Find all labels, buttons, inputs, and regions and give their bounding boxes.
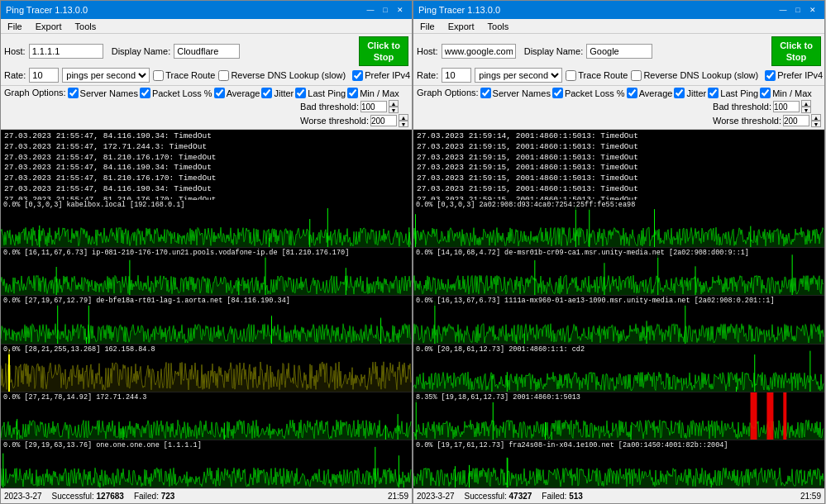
title-bar: Ping Tracer 1.13.0.0 — □ ✕ — [1, 1, 412, 19]
log-line: 27.03.2023 21:55:47, 84.116.190.34: Time… — [4, 184, 408, 195]
route-label-1: 0.0% [14,10,68,4.72] de-msr01b-cr09-ca1.… — [413, 248, 752, 258]
route-row-5: 0.0% [19,17,61,12.73] fra24s08-in-x04.1e… — [413, 440, 824, 488]
log-line: 27.03.2023 21:55:47, 84.116.190.34: Time… — [4, 163, 408, 174]
prefer-ipv4-checkbox[interactable] — [765, 70, 776, 81]
maximize-button[interactable]: □ — [379, 3, 392, 17]
log-area: 27.03.2023 21:55:47, 84.116.190.34: Time… — [1, 130, 412, 200]
route-row-1: 0.0% [14,10,68,4.72] de-msr01b-cr09-ca1.… — [413, 248, 824, 296]
reverse-dns-checkbox[interactable] — [218, 70, 229, 81]
worse-threshold-label: Worse threshold: — [300, 116, 369, 126]
threshold-section: Bad threshold: ▲ ▼ Worse threshold: ▲ ▼ — [713, 100, 821, 127]
menu-item-file[interactable]: File — [4, 21, 26, 32]
rate-input[interactable] — [442, 68, 471, 83]
log-line: 27.03.2023 21:55:47, 81.210.176.170: Tim… — [4, 174, 408, 184]
log-line: 27.03.2023 21:55:47, 172.71.244.3: Timed… — [4, 142, 408, 153]
menu-item-export[interactable]: Export — [32, 21, 65, 32]
reverse-dns-checkbox[interactable] — [631, 70, 642, 81]
trace-route-checkbox-label[interactable]: Trace Route — [566, 70, 628, 81]
graph-option-0[interactable]: Server Names — [480, 88, 551, 98]
menu-item-tools[interactable]: Tools — [485, 21, 513, 32]
host-input[interactable] — [442, 44, 516, 59]
toolbar: Host: Display Name: Click toStop Rate: p… — [413, 34, 824, 86]
graph-option-0[interactable]: Server Names — [68, 88, 138, 98]
rate-input[interactable] — [29, 68, 59, 83]
click-to-stop-button[interactable]: Click toStop — [771, 36, 821, 66]
display-name-label: Display Name: — [524, 46, 584, 56]
worse-threshold-up[interactable]: ▲ — [811, 114, 821, 121]
menu-item-export[interactable]: Export — [445, 21, 478, 32]
worse-threshold-input[interactable] — [783, 115, 809, 126]
close-button[interactable]: ✕ — [806, 3, 819, 17]
worse-threshold-up[interactable]: ▲ — [399, 114, 408, 121]
prefer-ipv4-checkbox-label[interactable]: Prefer IPv4 — [352, 70, 410, 81]
prefer-ipv4-checkbox[interactable] — [352, 70, 363, 81]
route-label-2: 0.0% [16,13,67,6.73] 1111a-mx960-01-ae13… — [413, 296, 777, 306]
bad-threshold-up[interactable]: ▲ — [389, 100, 399, 107]
trace-route-checkbox-label[interactable]: Trace Route — [153, 70, 215, 81]
host-input[interactable] — [29, 44, 103, 59]
bad-threshold-down[interactable]: ▼ — [389, 107, 399, 113]
close-button[interactable]: ✕ — [394, 3, 407, 17]
bad-threshold-label: Bad threshold: — [713, 102, 771, 112]
minimize-button[interactable]: — — [776, 3, 790, 17]
route-row-0: 0.0% [0,3,0,3] kabelbox.local [192.168.0… — [1, 200, 412, 248]
prefer-ipv4-checkbox-label[interactable]: Prefer IPv4 — [765, 70, 823, 81]
worse-threshold-row: Worse threshold: ▲ ▼ — [713, 114, 821, 127]
log-line: 27.03.2023 21:59:15, 2001:4860:1:5013: T… — [417, 163, 821, 174]
graph-option-3[interactable]: Jitter — [674, 88, 706, 98]
click-to-stop-button[interactable]: Click toStop — [359, 36, 408, 66]
route-row-3: 0.0% [20,18,61,12.73] 2001:4860:1:1: cd2 — [413, 345, 824, 392]
route-row-1: 0.0% [16,11,67,6.73] ip-081-210-176-170.… — [1, 248, 412, 296]
graph-option-1[interactable]: Packet Loss % — [552, 88, 625, 98]
graph-option-2[interactable]: Average — [214, 88, 260, 98]
graph-options: Graph Options: Server Names Packet Loss … — [413, 86, 824, 130]
bad-threshold-input[interactable] — [773, 101, 800, 112]
display-name-label: Display Name: — [112, 46, 171, 56]
bad-threshold-row: Bad threshold: ▲ ▼ — [713, 100, 821, 113]
window-left: Ping Tracer 1.13.0.0 — □ ✕ FileExportToo… — [0, 0, 413, 504]
status-time: 21:59 — [388, 492, 408, 501]
toolbar-row-rate: Rate: pings per second Trace Route Rever… — [417, 68, 821, 83]
worse-threshold-down[interactable]: ▼ — [399, 121, 408, 127]
graph-option-1[interactable]: Packet Loss % — [140, 88, 212, 98]
log-area: 27.03.2023 21:59:14, 2001:4860:1:5013: T… — [413, 130, 824, 200]
graph-option-5[interactable]: Min / Max — [347, 88, 399, 98]
graph-option-4[interactable]: Last Ping — [708, 88, 758, 98]
bad-threshold-up[interactable]: ▲ — [801, 100, 811, 107]
worse-threshold-input[interactable] — [370, 115, 397, 126]
trace-route-checkbox[interactable] — [153, 70, 164, 81]
status-failed: Failed: 513 — [542, 492, 582, 501]
log-line: 27.03.2023 21:59:15, 2001:4860:1:5013: T… — [417, 174, 821, 184]
toolbar: Host: Display Name: Click toStop Rate: p… — [1, 34, 412, 86]
status-failed: Failed: 723 — [134, 492, 174, 501]
graph-option-4[interactable]: Last Ping — [295, 88, 346, 98]
title-bar: Ping Tracer 1.13.0.0 — □ ✕ — [413, 1, 824, 19]
status-successful: Successful: 127683 — [52, 492, 124, 501]
bad-threshold-down[interactable]: ▼ — [801, 107, 811, 113]
status-date: 2023-3-27 — [417, 492, 455, 501]
status-bar: 2023-3-27 Successful: 127683 Failed: 723… — [1, 488, 412, 503]
log-line: 27.03.2023 21:59:15, 2001:4860:1:5013: T… — [417, 184, 821, 195]
reverse-dns-checkbox-label[interactable]: Reverse DNS Lookup (slow) — [631, 70, 758, 81]
rate-unit-select[interactable]: pings per second — [62, 68, 150, 83]
route-row-0: 0.0% [0,3,0,3] 2a02:908:d93:4ca0:7254:25… — [413, 200, 824, 248]
maximize-button[interactable]: □ — [791, 3, 805, 17]
graph-option-3[interactable]: Jitter — [261, 88, 294, 98]
route-row-2: 0.0% [27,19,67,12.79] de-bfe18a-rt01-lag… — [1, 296, 412, 344]
rate-unit-select[interactable]: pings per second — [475, 68, 562, 83]
window-title: Ping Tracer 1.13.0.0 — [418, 5, 500, 15]
minimize-button[interactable]: — — [364, 3, 377, 17]
log-line: 27.03.2023 21:59:15, 2001:4860:1:5013: T… — [417, 153, 821, 164]
graph-option-5[interactable]: Min / Max — [760, 88, 812, 98]
display-name-input[interactable] — [174, 44, 240, 59]
bad-threshold-input[interactable] — [360, 101, 387, 112]
worse-threshold-down[interactable]: ▼ — [811, 121, 821, 127]
reverse-dns-checkbox-label[interactable]: Reverse DNS Lookup (slow) — [218, 70, 346, 81]
route-row-3: 0.0% [28,21,255,13.268] 162.158.84.8 — [1, 345, 412, 392]
menu-item-file[interactable]: File — [417, 21, 438, 32]
menu-item-tools[interactable]: Tools — [72, 21, 100, 32]
trace-route-checkbox[interactable] — [566, 70, 576, 81]
graph-option-2[interactable]: Average — [627, 88, 673, 98]
display-name-input[interactable] — [586, 44, 652, 59]
route-row-5: 0.0% [29,19,63,13.76] one.one.one.one [1… — [1, 440, 412, 488]
